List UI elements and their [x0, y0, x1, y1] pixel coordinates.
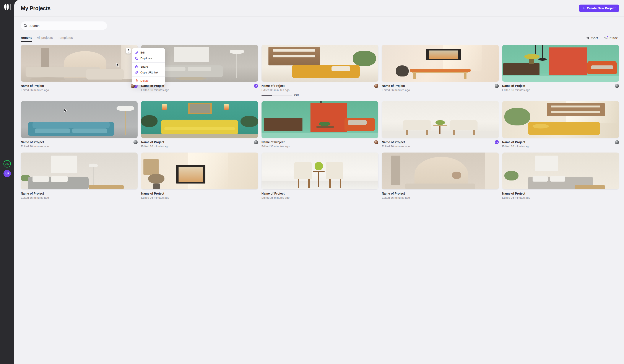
scene-shape [292, 65, 312, 78]
menu-item-share[interactable]: Share [132, 64, 165, 70]
progress-fill [261, 95, 272, 96]
scene-shape [148, 174, 165, 182]
project-card: Name of Project Edited 36 minutes ago [21, 101, 138, 148]
scene-shape [261, 133, 312, 138]
menu-item-label: Copy URL link [140, 71, 158, 74]
sidebar: 100 LS [0, 0, 14, 182]
scene-shape [93, 167, 94, 182]
collaborator-avatars: LS [254, 84, 258, 88]
project-card: Name of Project Edited 36 minutes ago 23… [261, 45, 312, 97]
project-title: Name of Project [21, 84, 137, 88]
user-avatar[interactable]: LS [3, 170, 11, 177]
project-title: Name of Project [261, 84, 312, 88]
context-menu: EditDuplicateShareCopy URL linkDelete [132, 48, 165, 85]
search-bar[interactable] [21, 22, 107, 30]
scene-shape [35, 129, 70, 133]
scene-shape [224, 104, 229, 110]
brand-logo-icon[interactable] [3, 3, 11, 11]
project-edited-label: Edited 36 minutes ago [261, 88, 312, 92]
project-card: Name of Project Edited 36 minutes ago [21, 153, 138, 182]
scene-shape [308, 179, 310, 182]
collaborator-avatars [133, 140, 138, 144]
tab-templates[interactable]: Templates [58, 36, 73, 42]
page-header: My Projects + Create New Project [14, 0, 312, 17]
pencil-icon [135, 51, 138, 54]
scene-shape [125, 111, 126, 135]
scene-shape [41, 48, 49, 69]
project-title: Name of Project [21, 140, 137, 144]
main-content: My Projects + Create New Project Recent … [14, 0, 312, 182]
scene-shape [230, 50, 244, 54]
avatar-photo [133, 140, 138, 144]
project-edited-label: Edited 36 minutes ago [141, 145, 258, 148]
search-input[interactable] [29, 24, 104, 27]
avatar-photo [254, 140, 258, 144]
scene-shape [86, 69, 124, 79]
scene-shape [51, 156, 77, 173]
menu-item-label: Delete [140, 79, 149, 82]
project-card: Name of Project Edited 36 minutes ago [141, 101, 258, 148]
menu-item-duplicate[interactable]: Duplicate [132, 55, 165, 61]
project-edited-label: Edited 36 minutes ago [261, 145, 312, 148]
scene-shape [188, 67, 211, 71]
scene-shape [298, 179, 299, 182]
share-icon [135, 65, 138, 68]
scene-shape [261, 181, 312, 182]
scene-shape [89, 164, 98, 167]
scene-shape [72, 129, 107, 133]
scene-shape [174, 47, 209, 62]
scene-shape [294, 162, 312, 179]
project-title: Name of Project [141, 140, 258, 144]
avatar-initials: LS [254, 84, 258, 88]
scene-shape [273, 55, 312, 57]
scene-shape [179, 167, 203, 182]
scene-shape [32, 176, 49, 182]
scene-shape [190, 104, 210, 113]
scene-shape [164, 127, 235, 130]
menu-item-label: Edit [140, 51, 145, 54]
copy-icon [135, 57, 138, 60]
project-thumbnail[interactable] [141, 101, 258, 138]
scene-shape [51, 176, 68, 182]
trash-icon [135, 79, 138, 82]
scene-shape [143, 159, 158, 175]
credits-badge[interactable]: 100 [3, 160, 11, 167]
progress-percent-label: 23% [294, 94, 299, 97]
project-thumbnail[interactable] [21, 45, 138, 82]
scene-shape [240, 116, 258, 127]
project-thumbnail[interactable] [261, 101, 312, 138]
scene-shape [162, 67, 185, 71]
menu-item-copy-url-link[interactable]: Copy URL link [132, 70, 165, 75]
project-card: Name of Project Edited 36 minutes ago [261, 101, 312, 148]
project-edited-label: Edited 36 minutes ago [141, 88, 258, 92]
scene-shape [273, 49, 312, 51]
tab-recent[interactable]: Recent [21, 36, 32, 42]
scene-shape [162, 104, 167, 110]
progress-track [261, 95, 292, 96]
tab-bar: Recent All projects Templates [21, 36, 73, 42]
project-thumbnail[interactable] [21, 101, 138, 138]
project-card: Name of Project Edited 36 minutes ago LS [21, 45, 138, 97]
project-card: Name of Project Edited 36 minutes ago [141, 153, 258, 182]
menu-item-delete[interactable]: Delete [132, 78, 165, 84]
project-edited-label: Edited 36 minutes ago [21, 145, 137, 148]
project-thumbnail[interactable] [261, 45, 312, 82]
menu-item-edit[interactable]: Edit [132, 50, 165, 55]
scene-shape [236, 54, 237, 78]
project-thumbnail[interactable] [21, 153, 138, 182]
menu-divider [132, 62, 165, 63]
project-grid: Name of Project Edited 36 minutes ago LS… [21, 45, 312, 182]
card-options-button[interactable] [126, 48, 131, 53]
project-edited-label: Edited 36 minutes ago [21, 88, 137, 92]
scene-shape [264, 118, 303, 131]
project-thumbnail[interactable] [261, 153, 312, 182]
render-progress: 23% [261, 94, 312, 97]
tab-all-projects[interactable]: All projects [37, 36, 53, 42]
project-title: Name of Project [261, 140, 312, 144]
scene-shape [30, 77, 65, 81]
link-icon [135, 71, 138, 74]
scene-shape [117, 106, 134, 111]
project-thumbnail[interactable] [141, 153, 258, 182]
menu-divider [132, 77, 165, 77]
scene-shape [141, 115, 157, 127]
